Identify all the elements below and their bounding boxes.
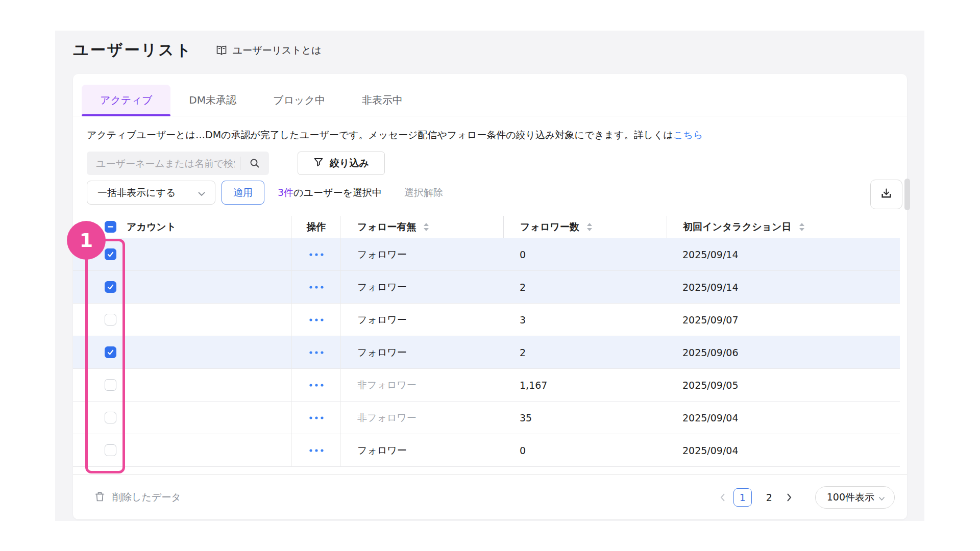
download-icon xyxy=(879,187,893,202)
user-list-card: アクティブ DM未承認 ブロック中 非表示中 アクティブユーザーとは…DMの承認… xyxy=(73,74,907,519)
chevron-down-icon xyxy=(198,187,206,198)
row-actions-button[interactable] xyxy=(309,448,324,453)
row-checkbox[interactable] xyxy=(105,444,116,456)
help-link-label: ユーザーリストとは xyxy=(233,44,322,57)
funnel-icon xyxy=(313,157,324,170)
clear-selection-button[interactable]: 選択解除 xyxy=(404,186,443,199)
tab-hidden[interactable]: 非表示中 xyxy=(344,85,421,116)
tab-dm-unapproved[interactable]: DM未承認 xyxy=(170,85,255,116)
row-checkbox[interactable] xyxy=(105,412,116,423)
action-cell xyxy=(291,402,341,434)
follower-count: 0 xyxy=(520,445,526,456)
filter-button[interactable]: 絞り込み xyxy=(298,152,385,175)
help-link[interactable]: ユーザーリストとは xyxy=(215,44,322,57)
bulk-action-row: 一括非表示にする 適用 3件のユーザーを選択中 選択解除 xyxy=(87,181,893,205)
download-button[interactable] xyxy=(870,180,902,209)
row-checkbox[interactable] xyxy=(105,346,116,358)
sort-icon-followers[interactable] xyxy=(586,222,593,232)
search-row: 絞り込み xyxy=(87,152,893,175)
row-actions-button[interactable] xyxy=(309,350,324,355)
header-action: 操作 xyxy=(291,216,341,238)
action-cell xyxy=(291,336,341,368)
tab-description: アクティブユーザーとは…DMの承認が完了したユーザーです。メッセージ配信やフォロ… xyxy=(87,129,893,141)
first-interaction-date: 2025/09/14 xyxy=(682,282,739,293)
follow-status: 非フォロワー xyxy=(357,411,416,424)
first-interaction-date: 2025/09/04 xyxy=(682,412,739,423)
tab-label: アクティブ xyxy=(100,93,152,107)
vertical-scrollbar[interactable] xyxy=(904,179,910,210)
chevron-down-icon xyxy=(878,492,885,503)
row-checkbox-cell xyxy=(73,402,127,434)
header-account: アカウント xyxy=(127,216,291,238)
follow-status: フォロワー xyxy=(357,281,407,294)
bulk-action-select[interactable]: 一括非表示にする xyxy=(87,181,215,205)
account-cell xyxy=(127,304,291,336)
table-row[interactable]: フォロワー 0 2025/09/04 xyxy=(73,434,900,467)
card-footer: 削除したデータ 1 2 100件表示 xyxy=(73,474,907,519)
follower-count: 0 xyxy=(520,249,526,260)
per-page-label: 100件表示 xyxy=(827,491,874,504)
select-all-checkbox[interactable] xyxy=(105,221,116,233)
row-actions-button[interactable] xyxy=(309,253,324,257)
row-actions-button[interactable] xyxy=(309,318,324,322)
header-checkbox-cell xyxy=(73,216,127,238)
sort-icon-first-interaction[interactable] xyxy=(799,222,805,232)
follower-count: 3 xyxy=(520,314,526,325)
follow-status: 非フォロワー xyxy=(357,379,416,392)
page-button-1[interactable]: 1 xyxy=(733,488,752,507)
first-interaction-date: 2025/09/05 xyxy=(682,380,739,391)
detail-link[interactable]: こちら xyxy=(673,129,703,140)
account-cell xyxy=(127,271,291,303)
follow-status: フォロワー xyxy=(357,444,407,457)
action-cell xyxy=(291,271,341,303)
row-actions-button[interactable] xyxy=(309,285,324,289)
action-cell xyxy=(291,304,341,336)
row-checkbox[interactable] xyxy=(105,379,116,391)
bulk-action-value: 一括非表示にする xyxy=(97,186,176,199)
follower-count: 1,167 xyxy=(520,380,547,391)
page-button-2[interactable]: 2 xyxy=(760,488,778,507)
follow-status: フォロワー xyxy=(357,346,407,359)
row-checkbox-cell xyxy=(73,336,127,368)
tab-active[interactable]: アクティブ xyxy=(82,85,170,116)
book-icon xyxy=(215,44,228,57)
row-checkbox[interactable] xyxy=(105,281,116,293)
action-cell xyxy=(291,238,341,270)
account-cell xyxy=(127,238,291,270)
search-input[interactable] xyxy=(87,152,240,175)
chevron-left-icon[interactable] xyxy=(716,492,729,503)
row-checkbox[interactable] xyxy=(105,314,116,325)
description-text: アクティブユーザーとは…DMの承認が完了したユーザーです。メッセージ配信やフォロ… xyxy=(87,129,673,140)
account-cell xyxy=(127,402,291,434)
row-checkbox-cell xyxy=(73,369,127,401)
selected-text: のユーザーを選択中 xyxy=(293,187,382,198)
table-row[interactable]: フォロワー 2 2025/09/06 xyxy=(73,336,900,369)
table-row[interactable]: 非フォロワー 1,167 2025/09/05 xyxy=(73,369,900,402)
table-row[interactable]: 非フォロワー 35 2025/09/04 xyxy=(73,402,900,434)
row-checkbox[interactable] xyxy=(105,248,116,260)
first-interaction-date: 2025/09/14 xyxy=(682,249,739,260)
action-cell xyxy=(291,369,341,401)
filter-button-label: 絞り込み xyxy=(330,157,369,170)
follow-status: フォロワー xyxy=(357,248,407,261)
table-row[interactable]: フォロワー 2 2025/09/14 xyxy=(73,271,900,304)
apply-button[interactable]: 適用 xyxy=(222,181,264,205)
row-actions-button[interactable] xyxy=(309,383,324,387)
table-row[interactable]: フォロワー 3 2025/09/07 xyxy=(73,304,900,336)
user-list-panel: ユーザーリスト ユーザーリストとは アクティブ DM未承認 ブロック中 非表示中… xyxy=(55,31,924,521)
deleted-data-button[interactable]: 削除したデータ xyxy=(94,491,181,504)
search-box xyxy=(87,152,269,175)
tab-label: DM未承認 xyxy=(189,93,236,107)
account-cell xyxy=(127,434,291,466)
table-row[interactable]: フォロワー 0 2025/09/14 xyxy=(73,238,900,271)
row-actions-button[interactable] xyxy=(309,416,324,420)
per-page-select[interactable]: 100件表示 xyxy=(815,486,895,509)
chevron-right-icon[interactable] xyxy=(782,492,796,503)
tab-blocked[interactable]: ブロック中 xyxy=(255,85,344,116)
deleted-data-label: 削除したデータ xyxy=(112,491,181,504)
selected-count: 3件 xyxy=(278,187,293,198)
sort-icon-follow[interactable] xyxy=(423,222,429,232)
search-icon[interactable] xyxy=(240,158,269,169)
table-header-row: アカウント 操作 フォロー有無 フォロワー数 初回インタラクション日 xyxy=(73,216,900,238)
row-checkbox-cell xyxy=(73,271,127,303)
